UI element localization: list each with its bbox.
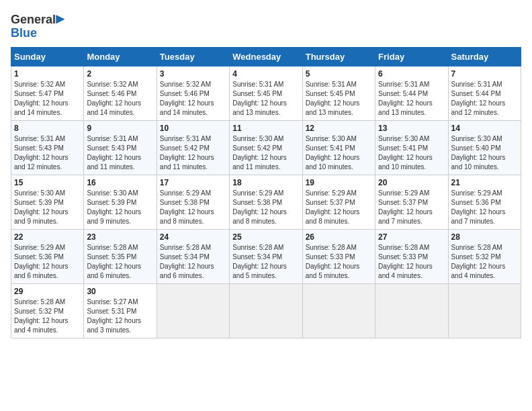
calendar-day-header: Saturday	[448, 47, 521, 66]
empty-cell	[448, 283, 521, 338]
day-number: 15	[14, 178, 81, 187]
calendar-day-cell: 20 Sunrise: 5:29 AMSunset: 5:37 PMDaylig…	[375, 175, 448, 229]
calendar-day-cell: 18 Sunrise: 5:29 AMSunset: 5:38 PMDaylig…	[230, 175, 302, 229]
day-info: Sunrise: 5:29 AMSunset: 5:37 PMDaylight:…	[306, 189, 360, 225]
day-info: Sunrise: 5:29 AMSunset: 5:37 PMDaylight:…	[378, 189, 433, 225]
day-info: Sunrise: 5:28 AMSunset: 5:33 PMDaylight:…	[378, 244, 433, 279]
calendar-day-cell: 30 Sunrise: 5:27 AMSunset: 5:31 PMDaylig…	[84, 283, 157, 338]
day-number: 24	[160, 232, 226, 242]
calendar-day-cell: 26 Sunrise: 5:28 AMSunset: 5:33 PMDaylig…	[302, 229, 375, 283]
logo: General►Blue	[11, 11, 68, 40]
calendar-day-cell: 29 Sunrise: 5:28 AMSunset: 5:32 PMDaylig…	[11, 283, 84, 338]
day-info: Sunrise: 5:29 AMSunset: 5:36 PMDaylight:…	[14, 244, 69, 279]
calendar-day-cell: 3 Sunrise: 5:32 AMSunset: 5:46 PMDayligh…	[157, 66, 229, 120]
calendar-day-cell: 22 Sunrise: 5:29 AMSunset: 5:36 PMDaylig…	[11, 229, 84, 283]
empty-cell	[302, 283, 375, 338]
calendar-day-cell: 10 Sunrise: 5:31 AMSunset: 5:42 PMDaylig…	[157, 120, 229, 175]
day-info: Sunrise: 5:32 AMSunset: 5:47 PMDaylight:…	[14, 81, 69, 116]
day-info: Sunrise: 5:31 AMSunset: 5:45 PMDaylight:…	[306, 81, 360, 116]
day-number: 11	[232, 124, 299, 133]
calendar-day-header: Monday	[84, 47, 157, 66]
day-info: Sunrise: 5:28 AMSunset: 5:35 PMDaylight:…	[87, 244, 141, 279]
day-number: 4	[232, 69, 299, 79]
calendar-day-cell: 27 Sunrise: 5:28 AMSunset: 5:33 PMDaylig…	[375, 229, 448, 283]
calendar-day-header: Thursday	[302, 47, 375, 66]
day-info: Sunrise: 5:30 AMSunset: 5:39 PMDaylight:…	[14, 189, 69, 225]
day-info: Sunrise: 5:28 AMSunset: 5:33 PMDaylight:…	[306, 244, 360, 279]
day-number: 23	[87, 232, 153, 242]
day-info: Sunrise: 5:30 AMSunset: 5:40 PMDaylight:…	[451, 135, 506, 171]
calendar-day-header: Tuesday	[157, 47, 229, 66]
day-info: Sunrise: 5:28 AMSunset: 5:32 PMDaylight:…	[14, 298, 69, 334]
calendar-day-header: Friday	[375, 47, 448, 66]
day-number: 7	[451, 69, 518, 79]
calendar-day-cell: 8 Sunrise: 5:31 AMSunset: 5:43 PMDayligh…	[11, 120, 84, 175]
calendar-day-cell: 6 Sunrise: 5:31 AMSunset: 5:44 PMDayligh…	[375, 66, 448, 120]
day-info: Sunrise: 5:32 AMSunset: 5:46 PMDaylight:…	[87, 81, 141, 116]
day-info: Sunrise: 5:30 AMSunset: 5:39 PMDaylight:…	[87, 189, 141, 225]
day-number: 27	[378, 232, 445, 242]
calendar-day-cell: 21 Sunrise: 5:29 AMSunset: 5:36 PMDaylig…	[448, 175, 521, 229]
day-number: 3	[160, 69, 226, 79]
day-number: 29	[14, 287, 81, 296]
day-info: Sunrise: 5:30 AMSunset: 5:42 PMDaylight:…	[232, 135, 287, 171]
day-number: 20	[378, 178, 445, 187]
day-info: Sunrise: 5:31 AMSunset: 5:44 PMDaylight:…	[378, 81, 433, 116]
calendar-week-row: 15 Sunrise: 5:30 AMSunset: 5:39 PMDaylig…	[11, 175, 521, 229]
day-info: Sunrise: 5:30 AMSunset: 5:41 PMDaylight:…	[306, 135, 360, 171]
calendar-day-cell: 17 Sunrise: 5:29 AMSunset: 5:38 PMDaylig…	[157, 175, 229, 229]
day-info: Sunrise: 5:30 AMSunset: 5:41 PMDaylight:…	[378, 135, 433, 171]
empty-cell	[230, 283, 302, 338]
page-header: General►Blue	[11, 11, 521, 40]
calendar-day-cell: 14 Sunrise: 5:30 AMSunset: 5:40 PMDaylig…	[448, 120, 521, 175]
day-info: Sunrise: 5:31 AMSunset: 5:45 PMDaylight:…	[232, 81, 287, 116]
calendar-day-cell: 15 Sunrise: 5:30 AMSunset: 5:39 PMDaylig…	[11, 175, 84, 229]
day-info: Sunrise: 5:31 AMSunset: 5:43 PMDaylight:…	[87, 135, 141, 171]
day-number: 17	[160, 178, 226, 187]
day-number: 9	[87, 124, 153, 133]
day-info: Sunrise: 5:28 AMSunset: 5:34 PMDaylight:…	[160, 244, 214, 279]
calendar-header-row: SundayMondayTuesdayWednesdayThursdayFrid…	[11, 47, 521, 66]
day-info: Sunrise: 5:29 AMSunset: 5:36 PMDaylight:…	[451, 189, 506, 225]
calendar-week-row: 1 Sunrise: 5:32 AMSunset: 5:47 PMDayligh…	[11, 66, 521, 120]
day-info: Sunrise: 5:31 AMSunset: 5:44 PMDaylight:…	[451, 81, 506, 116]
day-info: Sunrise: 5:29 AMSunset: 5:38 PMDaylight:…	[160, 189, 214, 225]
day-number: 16	[87, 178, 153, 187]
calendar-day-cell: 12 Sunrise: 5:30 AMSunset: 5:41 PMDaylig…	[302, 120, 375, 175]
day-number: 14	[451, 124, 518, 133]
calendar-day-header: Sunday	[11, 47, 84, 66]
day-number: 19	[306, 178, 372, 187]
calendar-day-cell: 23 Sunrise: 5:28 AMSunset: 5:35 PMDaylig…	[84, 229, 157, 283]
calendar-day-cell: 13 Sunrise: 5:30 AMSunset: 5:41 PMDaylig…	[375, 120, 448, 175]
day-number: 25	[232, 232, 299, 242]
empty-cell	[375, 283, 448, 338]
calendar-day-header: Wednesday	[230, 47, 302, 66]
day-info: Sunrise: 5:31 AMSunset: 5:42 PMDaylight:…	[160, 135, 214, 171]
day-number: 21	[451, 178, 518, 187]
day-info: Sunrise: 5:28 AMSunset: 5:32 PMDaylight:…	[451, 244, 506, 279]
day-info: Sunrise: 5:31 AMSunset: 5:43 PMDaylight:…	[14, 135, 69, 171]
calendar-week-row: 29 Sunrise: 5:28 AMSunset: 5:32 PMDaylig…	[11, 283, 521, 338]
calendar-day-cell: 4 Sunrise: 5:31 AMSunset: 5:45 PMDayligh…	[230, 66, 302, 120]
day-number: 1	[14, 69, 81, 79]
day-info: Sunrise: 5:28 AMSunset: 5:34 PMDaylight:…	[232, 244, 287, 279]
day-number: 28	[451, 232, 518, 242]
day-number: 12	[306, 124, 372, 133]
day-number: 10	[160, 124, 226, 133]
calendar-day-cell: 5 Sunrise: 5:31 AMSunset: 5:45 PMDayligh…	[302, 66, 375, 120]
day-number: 8	[14, 124, 81, 133]
empty-cell	[157, 283, 229, 338]
calendar-day-cell: 1 Sunrise: 5:32 AMSunset: 5:47 PMDayligh…	[11, 66, 84, 120]
calendar-day-cell: 24 Sunrise: 5:28 AMSunset: 5:34 PMDaylig…	[157, 229, 229, 283]
calendar-day-cell: 19 Sunrise: 5:29 AMSunset: 5:37 PMDaylig…	[302, 175, 375, 229]
day-number: 13	[378, 124, 445, 133]
day-number: 30	[87, 287, 153, 296]
day-number: 22	[14, 232, 81, 242]
calendar-table: SundayMondayTuesdayWednesdayThursdayFrid…	[11, 47, 521, 338]
calendar-day-cell: 16 Sunrise: 5:30 AMSunset: 5:39 PMDaylig…	[84, 175, 157, 229]
day-number: 26	[306, 232, 372, 242]
logo-text: General►Blue	[11, 11, 68, 40]
day-number: 2	[87, 69, 153, 79]
day-info: Sunrise: 5:32 AMSunset: 5:46 PMDaylight:…	[160, 81, 214, 116]
calendar-day-cell: 11 Sunrise: 5:30 AMSunset: 5:42 PMDaylig…	[230, 120, 302, 175]
